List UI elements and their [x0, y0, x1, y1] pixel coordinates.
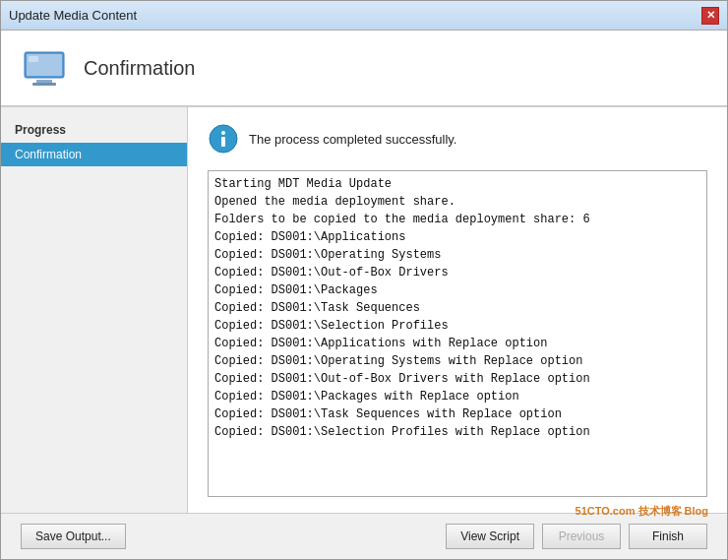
- success-message: The process completed successfully.: [249, 132, 456, 147]
- log-line: Copied: DS001:\Applications with Replace…: [214, 335, 700, 352]
- log-line: Copied: DS001:\Out-of-Box Drivers with R…: [214, 370, 700, 388]
- success-row: The process completed successfully.: [208, 123, 707, 155]
- svg-point-6: [221, 131, 225, 135]
- bottom-buttons-bar: Save Output... View Script Previous Fini…: [1, 513, 727, 559]
- log-line: Copied: DS001:\Packages with Replace opt…: [214, 388, 700, 405]
- svg-rect-3: [32, 83, 56, 86]
- log-output[interactable]: Starting MDT Media UpdateOpened the medi…: [208, 170, 707, 497]
- computer-icon: [21, 44, 68, 92]
- log-line: Copied: DS001:\Selection Profiles with R…: [214, 423, 700, 441]
- log-line: Opened the media deployment share.: [214, 193, 700, 211]
- log-line: Copied: DS001:\Operating Systems with Re…: [214, 352, 700, 370]
- header-title: Confirmation: [84, 57, 195, 80]
- header-area: Confirmation: [1, 31, 727, 107]
- sidebar: Progress Confirmation: [1, 107, 188, 513]
- close-button[interactable]: ✕: [701, 7, 719, 25]
- svg-rect-7: [221, 137, 225, 147]
- sidebar-item-confirmation[interactable]: Confirmation: [1, 143, 187, 166]
- content-area: Progress Confirmation The process comple…: [1, 107, 727, 513]
- window-title: Update Media Content: [9, 8, 137, 23]
- finish-button[interactable]: Finish: [629, 524, 707, 549]
- save-output-button[interactable]: Save Output...: [21, 524, 126, 549]
- previous-button[interactable]: Previous: [542, 524, 621, 549]
- log-line: Folders to be copied to the media deploy…: [214, 211, 700, 228]
- bottom-right-buttons: View Script Previous Finish: [446, 524, 707, 549]
- log-line: Copied: DS001:\Selection Profiles: [214, 317, 700, 335]
- view-script-button[interactable]: View Script: [446, 524, 534, 549]
- bottom-left-buttons: Save Output...: [21, 524, 126, 549]
- log-line: Copied: DS001:\Packages: [214, 281, 700, 299]
- log-line: Starting MDT Media Update: [214, 175, 700, 193]
- info-icon: [208, 123, 239, 155]
- sidebar-progress-label: Progress: [1, 117, 187, 143]
- title-bar: Update Media Content ✕: [1, 1, 727, 31]
- log-line: Copied: DS001:\Out-of-Box Drivers: [214, 264, 700, 281]
- log-line: Copied: DS001:\Applications: [214, 228, 700, 246]
- log-line: Copied: DS001:\Task Sequences: [214, 299, 700, 317]
- main-panel: The process completed successfully. Star…: [188, 107, 727, 513]
- log-line: Copied: DS001:\Operating Systems: [214, 246, 700, 264]
- log-line: Copied: DS001:\Task Sequences with Repla…: [214, 405, 700, 423]
- svg-rect-4: [29, 56, 38, 62]
